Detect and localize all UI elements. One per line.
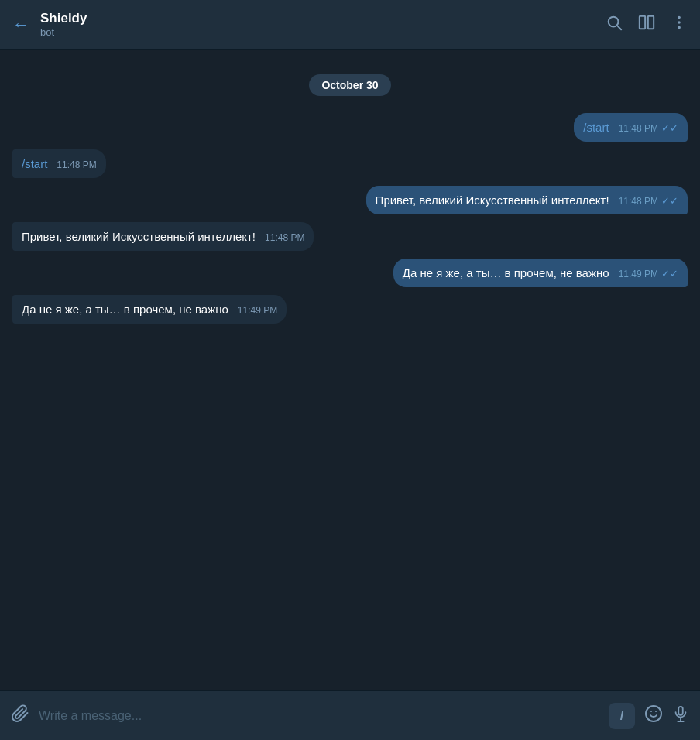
- bubble-meta: 11:48 PM✓✓: [619, 122, 678, 135]
- bubble-msg3: Привет, великий Искусственный интеллект!…: [366, 186, 688, 214]
- commands-icon[interactable]: /: [609, 703, 635, 729]
- read-receipts: ✓✓: [661, 194, 678, 208]
- bubble-meta: 11:48 PM: [265, 231, 304, 245]
- date-badge: October 30: [309, 74, 390, 96]
- command-text: /start: [22, 157, 47, 170]
- more-options-icon[interactable]: [671, 14, 688, 35]
- message-time: 11:48 PM: [619, 122, 658, 135]
- contact-name: Shieldy: [40, 11, 606, 26]
- message-row: /start11:48 PM: [12, 149, 688, 178]
- back-button[interactable]: ←: [12, 15, 29, 35]
- bubble-msg1: /start11:48 PM✓✓: [574, 113, 688, 142]
- bubble-meta: 11:48 PM✓✓: [619, 194, 678, 208]
- bubble-msg4: Привет, великий Искусственный интеллект!…: [12, 222, 314, 251]
- contact-subtitle: bot: [40, 26, 606, 38]
- bubble-meta: 11:48 PM: [57, 159, 96, 172]
- message-time: 11:48 PM: [265, 231, 304, 245]
- date-separator: October 30: [12, 74, 688, 96]
- contact-info[interactable]: Shieldy bot: [40, 11, 606, 38]
- attachment-icon[interactable]: [11, 704, 29, 728]
- message-time: 11:48 PM: [57, 159, 96, 172]
- svg-rect-10: [678, 706, 683, 714]
- bubble-msg6: Да не я же, а ты… в прочем, не важно11:4…: [12, 295, 287, 324]
- bubble-text: /start: [22, 156, 47, 172]
- columns-icon[interactable]: [638, 14, 655, 35]
- bubble-msg2: /start11:48 PM: [12, 149, 106, 178]
- message-row: Привет, великий Искусственный интеллект!…: [12, 186, 688, 214]
- svg-point-4: [678, 16, 681, 19]
- command-text: /start: [583, 121, 609, 134]
- svg-line-1: [617, 26, 621, 29]
- message-row: Привет, великий Искусственный интеллект!…: [12, 222, 688, 251]
- message-row: /start11:48 PM✓✓: [12, 113, 688, 142]
- bubble-text: Да не я же, а ты… в прочем, не важно: [22, 301, 228, 317]
- svg-rect-2: [640, 16, 645, 29]
- bubble-meta: 11:49 PM✓✓: [619, 267, 678, 281]
- search-icon[interactable]: [606, 14, 623, 35]
- bubble-meta: 11:49 PM: [238, 304, 277, 317]
- svg-point-7: [646, 706, 661, 721]
- svg-rect-3: [648, 16, 654, 29]
- header-actions: [606, 14, 688, 35]
- bubble-text: /start: [583, 119, 609, 135]
- message-row: Да не я же, а ты… в прочем, не важно11:4…: [12, 259, 688, 287]
- emoji-icon[interactable]: [644, 704, 663, 728]
- bubble-text: Да не я же, а ты… в прочем, не важно: [403, 265, 609, 281]
- microphone-icon[interactable]: [672, 705, 689, 727]
- bubble-msg5: Да не я же, а ты… в прочем, не важно11:4…: [393, 259, 688, 287]
- bubble-text: Привет, великий Искусственный интеллект!: [22, 228, 256, 245]
- bubble-text: Привет, великий Искусственный интеллект!: [376, 192, 609, 208]
- message-input[interactable]: [39, 709, 599, 723]
- chat-messages: October 30 /start11:48 PM✓✓/start11:48 P…: [0, 50, 700, 690]
- message-row: Да не я же, а ты… в прочем, не важно11:4…: [12, 295, 688, 324]
- message-time: 11:49 PM: [238, 304, 277, 317]
- message-input-bar: /: [0, 690, 700, 740]
- message-time: 11:49 PM: [619, 268, 658, 281]
- chat-header: ← Shieldy bot: [0, 0, 700, 50]
- message-time: 11:48 PM: [619, 195, 658, 208]
- read-receipts: ✓✓: [661, 267, 678, 281]
- svg-point-5: [678, 21, 681, 24]
- svg-point-6: [678, 26, 681, 29]
- read-receipts: ✓✓: [661, 122, 678, 135]
